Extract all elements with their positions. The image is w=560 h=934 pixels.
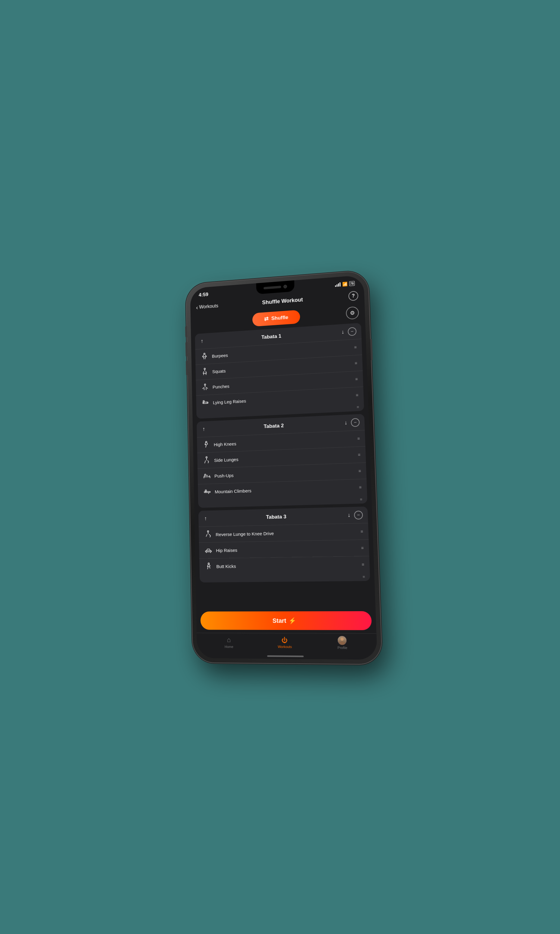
- start-button-wrapper: Start ⚡: [196, 608, 376, 633]
- start-icon: ⚡: [288, 617, 296, 624]
- svg-point-12: [208, 563, 209, 564]
- settings-button[interactable]: ⚙: [346, 306, 359, 319]
- lunge-icon: [202, 456, 211, 465]
- tabata-1-remove-button[interactable]: −: [348, 327, 357, 336]
- status-time: 4:59: [198, 292, 208, 298]
- phone-wrapper: 4:59 📶 78 ‹: [186, 270, 382, 664]
- tabata-2-remove-button[interactable]: −: [351, 418, 360, 427]
- exercise-name: Side Lunges: [214, 452, 358, 463]
- section-drag-handle-icon[interactable]: ≡: [363, 574, 365, 579]
- tabata-1-up-arrow[interactable]: ↑: [199, 337, 205, 346]
- exercise-row: Reverse Lunge to Knee Drive ≡: [198, 523, 369, 543]
- shuffle-button[interactable]: ⇄ Shuffle: [252, 310, 300, 327]
- exercise-row: Butt Kicks ≡: [199, 556, 370, 574]
- back-chevron-icon: ‹: [196, 304, 198, 310]
- shuffle-icon: ⇄: [264, 316, 268, 322]
- reverse-lunge-icon: [203, 530, 212, 539]
- volume-down-button[interactable]: [186, 361, 188, 375]
- tabata-1-section: ↑ Tabata 1 ↓ − Burpees ≡: [195, 323, 364, 419]
- start-button[interactable]: Start ⚡: [200, 611, 372, 630]
- tabata-3-title: Tabata 3: [208, 512, 346, 522]
- drag-handle-icon[interactable]: ≡: [358, 469, 361, 474]
- svg-point-0: [203, 353, 205, 354]
- back-button[interactable]: ‹ Workouts: [196, 303, 218, 310]
- status-icons: 📶 78: [335, 281, 355, 287]
- tabata-2-title: Tabata 2: [206, 420, 343, 432]
- phone-frame: 4:59 📶 78 ‹: [186, 270, 382, 664]
- power-button[interactable]: [370, 339, 373, 360]
- back-label: Workouts: [199, 303, 218, 310]
- silent-button[interactable]: [185, 326, 187, 337]
- tab-profile-label: Profile: [337, 646, 348, 650]
- scroll-content[interactable]: ↑ Tabata 1 ↓ − Burpees ≡: [191, 322, 375, 609]
- profile-avatar: [337, 636, 346, 645]
- workouts-icon: ⏻: [282, 637, 288, 644]
- drag-handle-icon[interactable]: ≡: [354, 345, 357, 350]
- drag-handle-icon[interactable]: ≡: [360, 529, 363, 534]
- section-drag-handle-icon[interactable]: ≡: [360, 497, 362, 502]
- drag-handle-icon[interactable]: ≡: [359, 485, 362, 490]
- home-icon: ⌂: [226, 636, 231, 644]
- exercise-name: Butt Kicks: [216, 562, 362, 569]
- tabata-3-up-arrow[interactable]: ↑: [203, 514, 208, 523]
- exercise-name: Punches: [212, 376, 355, 389]
- home-indicator: [267, 655, 303, 657]
- pushup-icon: [202, 471, 211, 481]
- exercise-row: Hip Raises ≡: [199, 539, 369, 558]
- butt-kick-icon: [204, 561, 214, 571]
- svg-point-9: [205, 490, 206, 491]
- svg-point-10: [207, 531, 209, 532]
- tabata-3-remove-button[interactable]: −: [354, 510, 363, 519]
- tab-home[interactable]: ⌂ Home: [224, 636, 233, 649]
- drag-handle-icon[interactable]: ≡: [357, 436, 360, 441]
- svg-point-5: [205, 441, 207, 443]
- exercise-name: Lying Leg Raises: [212, 393, 355, 405]
- signal-icon: [335, 282, 340, 287]
- drag-handle-icon[interactable]: ≡: [361, 546, 364, 550]
- exercise-name: Push-Ups: [214, 469, 358, 478]
- volume-up-button[interactable]: [185, 342, 187, 357]
- svg-point-6: [206, 457, 207, 458]
- hip-raise-icon: [203, 546, 213, 555]
- exercise-name: Hip Raises: [216, 546, 361, 553]
- drag-handle-icon[interactable]: ≡: [355, 393, 358, 398]
- exercise-name: High Knees: [214, 436, 357, 447]
- shuffle-label: Shuffle: [271, 314, 288, 321]
- exercise-name: Reverse Lunge to Knee Drive: [215, 529, 360, 537]
- svg-point-7: [205, 474, 206, 475]
- tabata-1-down-arrow[interactable]: ↓: [340, 328, 345, 337]
- tab-home-label: Home: [225, 645, 233, 648]
- burpee-icon: [200, 351, 209, 361]
- drag-handle-icon[interactable]: ≡: [362, 562, 365, 567]
- svg-point-1: [204, 368, 205, 370]
- high-knees-icon: [202, 440, 211, 450]
- tabata-2-down-arrow[interactable]: ↓: [343, 418, 348, 427]
- tabata-2-section: ↑ Tabata 2 ↓ − High Knees ≡: [197, 414, 367, 508]
- tab-workouts[interactable]: ⏻ Workouts: [277, 637, 292, 648]
- start-label: Start: [272, 617, 286, 624]
- tabata-3-section: ↑ Tabata 3 ↓ − Reverse Lunge to Knee Dri…: [198, 507, 370, 583]
- drag-handle-icon[interactable]: ≡: [358, 452, 361, 457]
- svg-point-4: [203, 400, 205, 402]
- svg-point-2: [204, 384, 206, 385]
- help-icon: ?: [352, 293, 355, 299]
- exercise-name: Mountain Climbers: [215, 485, 359, 494]
- tab-bar: ⌂ Home ⏻ Workouts: [197, 633, 377, 657]
- help-button[interactable]: ?: [348, 291, 358, 301]
- tabata-3-down-arrow[interactable]: ↓: [346, 511, 352, 520]
- leg-raise-icon: [200, 398, 210, 408]
- punch-icon: [200, 382, 209, 393]
- battery-icon: 78: [349, 281, 355, 286]
- phone-screen: 4:59 📶 78 ‹: [190, 275, 377, 660]
- section-drag-handle-icon[interactable]: ≡: [357, 405, 359, 409]
- mountain-climber-icon: [202, 487, 212, 496]
- svg-rect-8: [204, 492, 210, 493]
- squat-icon: [200, 367, 209, 377]
- settings-icon: ⚙: [350, 310, 355, 316]
- tab-profile[interactable]: Profile: [337, 636, 348, 649]
- drag-handle-icon[interactable]: ≡: [355, 376, 358, 382]
- svg-rect-11: [205, 551, 211, 552]
- svg-point-14: [339, 641, 345, 645]
- drag-handle-icon[interactable]: ≡: [354, 361, 357, 365]
- tabata-2-up-arrow[interactable]: ↑: [201, 425, 206, 433]
